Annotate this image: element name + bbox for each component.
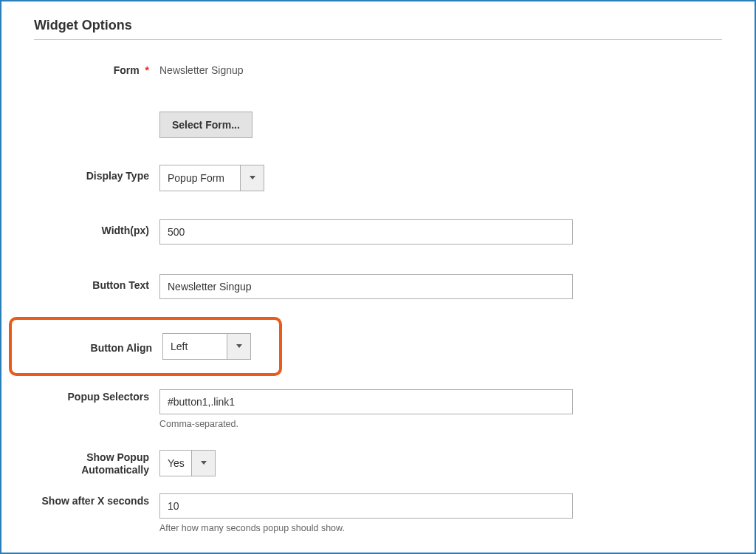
chevron-down-icon: [191, 451, 215, 476]
field-button-align: Button Align Left: [34, 317, 722, 376]
show-after-help: After how many seconds popup should show…: [159, 523, 573, 533]
chevron-down-icon: [240, 165, 264, 191]
display-type-value: Popup Form: [160, 165, 240, 191]
label-show-popup-auto: Show Popup Automatically: [34, 450, 159, 477]
field-show-popup-auto: Show Popup Automatically Yes: [34, 450, 722, 477]
label-form: Form *: [34, 59, 159, 78]
label-show-after: Show after X seconds: [34, 493, 159, 508]
field-button-text: Button Text: [34, 274, 722, 299]
highlight-box: Button Align Left: [9, 317, 282, 376]
display-type-select[interactable]: Popup Form: [159, 165, 264, 191]
section-divider: [34, 39, 722, 40]
field-show-after: Show after X seconds After how many seco…: [34, 493, 722, 533]
label-button-align: Button Align: [16, 337, 162, 355]
field-width: Width(px): [34, 219, 722, 244]
label-display-type: Display Type: [34, 165, 159, 183]
button-text-input[interactable]: [159, 274, 573, 299]
label-popup-selectors: Popup Selectors: [34, 389, 159, 404]
label-form-text: Form: [114, 64, 140, 76]
field-form: Form * Newsletter Signup: [34, 59, 722, 78]
section-title: Widget Options: [34, 18, 722, 33]
popup-selectors-input[interactable]: [159, 389, 573, 414]
field-display-type: Display Type Popup Form: [34, 165, 722, 191]
button-align-select[interactable]: Left: [162, 333, 251, 360]
select-form-button[interactable]: Select Form...: [159, 112, 252, 138]
show-popup-auto-select[interactable]: Yes: [159, 450, 216, 476]
field-select-form: Select Form...: [34, 112, 722, 138]
widget-options-panel: Widget Options Form * Newsletter Signup …: [0, 0, 756, 554]
show-popup-auto-value: Yes: [160, 451, 191, 476]
field-popup-selectors: Popup Selectors Comma-separated.: [34, 389, 722, 429]
chevron-down-icon: [227, 334, 250, 359]
label-button-text: Button Text: [34, 274, 159, 293]
required-icon: *: [145, 64, 149, 76]
form-value: Newsletter Signup: [159, 59, 244, 76]
label-width: Width(px): [34, 219, 159, 238]
show-after-input[interactable]: [159, 493, 573, 519]
button-align-value: Left: [163, 334, 227, 359]
popup-selectors-help: Comma-separated.: [159, 419, 573, 429]
width-input[interactable]: [159, 219, 573, 244]
